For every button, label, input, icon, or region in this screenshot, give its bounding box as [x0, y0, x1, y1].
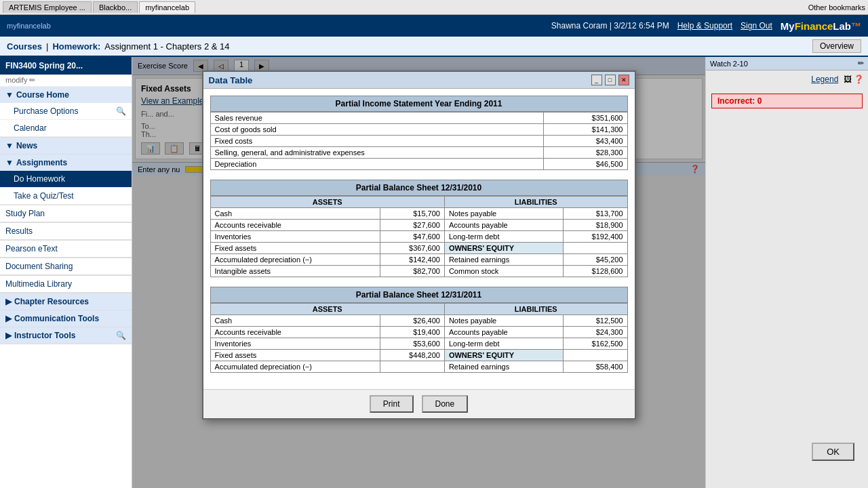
- table-row: Fixed assets $448,200 OWNERS' EQUITY: [210, 350, 627, 361]
- balance-sheet-2011-title: Partial Balance Sheet 12/31/2011: [210, 287, 628, 303]
- table-row: Inventories $47,600 Long-term debt $192,…: [210, 231, 627, 243]
- income-row-value-0: $351,600: [543, 113, 627, 124]
- income-row-value-2: $43,400: [543, 136, 627, 147]
- sidebar-section-assignments: ▼Assignments Do Homework Take a Quiz/Tes…: [0, 155, 132, 205]
- sidebar-section-document-sharing: Document Sharing: [0, 258, 132, 276]
- help-link[interactable]: Help & Support: [677, 21, 732, 30]
- sidebar-course-title: FIN3400 Spring 20...: [0, 57, 132, 75]
- sidebar-modify[interactable]: modify ✏: [0, 75, 132, 87]
- sidebar-assignments-header[interactable]: ▼Assignments: [0, 155, 132, 171]
- sidebar-section-course-home: ▼Course Home Purchase Options 🔍 Calendar: [0, 87, 132, 138]
- table-row: Inventories $53,600 Long-term debt $162,…: [210, 338, 627, 350]
- header-left: myfinancelab: [7, 22, 51, 30]
- table-row: ASSETS LIABILITIES: [210, 197, 627, 208]
- nav-bar-left: Courses | Homework: Assignment 1 - Chapt…: [7, 41, 229, 52]
- assets-header-2010: ASSETS: [210, 197, 444, 208]
- sidebar-item-document-sharing[interactable]: Document Sharing: [0, 258, 132, 275]
- print-button[interactable]: Print: [370, 395, 414, 413]
- income-row-label-1: Cost of goods sold: [210, 124, 543, 136]
- sidebar-instructor-header[interactable]: ▶Instructor Tools 🔍: [0, 327, 132, 344]
- balance-sheet-2010-table: ASSETS LIABILITIES Cash $15,700 Notes pa…: [210, 196, 628, 277]
- income-statement-table: Sales revenue $351,600 Cost of goods sol…: [210, 112, 628, 170]
- incorrect-badge: Incorrect: 0: [711, 94, 863, 108]
- search-icon-instructor: 🔍: [116, 331, 126, 340]
- balance-sheet-2011-section: Partial Balance Sheet 12/31/2011 ASSETS …: [210, 287, 628, 373]
- sidebar-chapter-resources-header[interactable]: ▶Chapter Resources: [0, 293, 132, 310]
- table-row: Selling, general, and administrative exp…: [210, 147, 627, 159]
- table-row: Cost of goods sold $141,300: [210, 124, 627, 136]
- top-header: myfinancelab Shawna Coram | 3/2/12 6:54 …: [0, 15, 868, 37]
- income-statement-title: Partial Income Statement Year Ending 201…: [210, 96, 628, 112]
- user-info: Shawna Coram | 3/2/12 6:54 PM: [551, 21, 669, 30]
- liabilities-header-2010: LIABILITIES: [444, 197, 627, 208]
- main-content: FIN3400 Spring 20... modify ✏ ▼Course Ho…: [0, 57, 868, 488]
- sidebar: FIN3400 Spring 20... modify ✏ ▼Course Ho…: [0, 57, 132, 488]
- sidebar-item-study-plan[interactable]: Study Plan: [0, 205, 132, 222]
- legend-container: Legend 🖼 ❓: [706, 70, 868, 88]
- income-row-value-3: $28,300: [543, 147, 627, 159]
- sidebar-course-home-header[interactable]: ▼Course Home: [0, 87, 132, 103]
- sidebar-item-etext[interactable]: Pearson eText: [0, 241, 132, 258]
- done-button[interactable]: Done: [422, 395, 469, 413]
- income-row-label-2: Fixed costs: [210, 136, 543, 147]
- modify-icon[interactable]: ✏: [858, 59, 864, 68]
- table-row: Depreciation $46,500: [210, 159, 627, 170]
- balance-sheet-2011-table: ASSETS LIABILITIES Cash $26,400 Notes pa…: [210, 303, 628, 373]
- modal-close-btn[interactable]: ✕: [618, 75, 629, 85]
- legend-icon: 🖼: [844, 75, 852, 84]
- sidebar-section-study: Study Plan: [0, 205, 132, 223]
- table-row: Accounts receivable $27,600 Accounts pay…: [210, 220, 627, 231]
- modal-controls: _ □ ✕: [591, 75, 629, 85]
- modal-overlay: Data Table _ □ ✕ Partial Income Statemen…: [132, 57, 705, 488]
- tab-myfinancelab[interactable]: myfinancelab: [139, 1, 195, 13]
- modal-minimize-btn[interactable]: _: [591, 75, 602, 85]
- sidebar-communication-header[interactable]: ▶Communication Tools: [0, 310, 132, 327]
- modal-maximize-btn[interactable]: □: [605, 75, 616, 85]
- sidebar-section-instructor: ▶Instructor Tools 🔍: [0, 327, 132, 344]
- courses-link[interactable]: Courses: [7, 41, 42, 52]
- table-row: Cash $26,400 Notes payable $12,500: [210, 315, 627, 327]
- other-bookmarks: Other bookmarks: [808, 3, 865, 12]
- table-row: Fixed assets $367,600 OWNERS' EQUITY: [210, 243, 627, 254]
- legend-link[interactable]: Legend: [811, 75, 838, 84]
- income-row-label-0: Sales revenue: [210, 113, 543, 124]
- app-container: myfinancelab Shawna Coram | 3/2/12 6:54 …: [0, 15, 868, 488]
- brand-logo: MyFinanceLab™: [781, 20, 861, 32]
- signout-link[interactable]: Sign Out: [741, 21, 772, 30]
- browser-bar: ARTEMIS Employee ... Blackbo... myfinanc…: [0, 0, 868, 15]
- sidebar-item-do-homework[interactable]: Do Homework: [0, 171, 132, 188]
- sidebar-section-communication: ▶Communication Tools: [0, 310, 132, 327]
- assets-header-2011: ASSETS: [210, 304, 444, 315]
- modal-footer: Print Done: [203, 389, 635, 418]
- sidebar-news-header[interactable]: ▼News: [0, 138, 132, 154]
- overview-button[interactable]: Overview: [812, 39, 861, 53]
- right-panel-header: Watch 2-10 ✏: [706, 57, 868, 70]
- tab-artemis[interactable]: ARTEMIS Employee ...: [3, 1, 92, 13]
- modal-body: Partial Income Statement Year Ending 201…: [203, 89, 635, 389]
- ok-button[interactable]: OK: [812, 443, 854, 461]
- tab-blackboard[interactable]: Blackbo...: [93, 1, 138, 13]
- liabilities-header-2011: LIABILITIES: [444, 304, 627, 315]
- table-row: Accounts receivable $19,400 Accounts pay…: [210, 327, 627, 338]
- sidebar-section-etext: Pearson eText: [0, 241, 132, 258]
- sidebar-section-results: Results: [0, 223, 132, 241]
- sidebar-section-news: ▼News: [0, 138, 132, 155]
- balance-sheet-2010-section: Partial Balance Sheet 12/31/2010 ASSETS …: [210, 180, 628, 277]
- help-icon-right[interactable]: ❓: [854, 75, 864, 84]
- top-header-right: Shawna Coram | 3/2/12 6:54 PM Help & Sup…: [551, 20, 861, 32]
- sidebar-item-calendar[interactable]: Calendar: [0, 120, 132, 137]
- income-row-label-4: Depreciation: [210, 159, 543, 170]
- homework-title: Assignment 1 - Chapters 2 & 14: [104, 41, 229, 52]
- data-table-modal: Data Table _ □ ✕ Partial Income Statemen…: [202, 70, 636, 420]
- search-icon: 🔍: [116, 106, 126, 116]
- income-statement-section: Partial Income Statement Year Ending 201…: [210, 96, 628, 170]
- sidebar-item-results[interactable]: Results: [0, 223, 132, 240]
- modal-title: Data Table: [209, 75, 253, 85]
- content-area: Exercise Score ◀ ◁ 1 ▶ Fixed Assets View…: [132, 57, 705, 488]
- sidebar-item-multimedia[interactable]: Multimedia Library: [0, 276, 132, 293]
- balance-sheet-2010-title: Partial Balance Sheet 12/31/2010: [210, 180, 628, 196]
- sidebar-item-purchase-options[interactable]: Purchase Options 🔍: [0, 103, 132, 120]
- sidebar-item-quiz-test[interactable]: Take a Quiz/Test: [0, 188, 132, 205]
- table-row: Fixed costs $43,400: [210, 136, 627, 147]
- sidebar-section-multimedia: Multimedia Library: [0, 276, 132, 293]
